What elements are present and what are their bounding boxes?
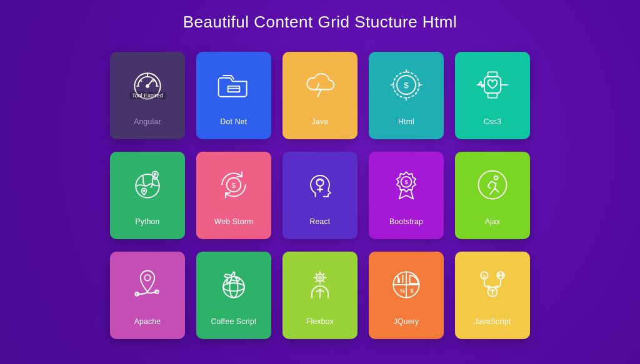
svg-text:%: %	[400, 288, 405, 294]
svg-point-35	[229, 277, 238, 298]
card-jquery[interactable]: %$ JQuery	[369, 252, 444, 339]
svg-text:$: $	[404, 81, 409, 90]
svg-point-34	[223, 283, 244, 291]
svg-text:$: $	[411, 288, 414, 294]
card-label: Ajax	[485, 217, 501, 226]
svg-point-37	[319, 277, 321, 279]
runner-icon	[474, 166, 511, 206]
globe-dollar-icon: $	[388, 66, 425, 106]
card-label: Java	[312, 117, 329, 126]
svg-point-28	[479, 171, 507, 199]
earth-pin-icon	[129, 166, 166, 206]
card-label: Python	[135, 217, 159, 226]
map-pin-icon	[129, 266, 166, 306]
card-label: Bootstrap	[389, 217, 423, 226]
svg-point-20	[143, 190, 144, 191]
user-gear-icon	[301, 266, 339, 306]
card-html[interactable]: $ Html	[369, 52, 444, 139]
card-angular[interactable]: Tool Expired Angular	[110, 52, 185, 139]
page-title: Beautiful Content Grid Stucture Html	[183, 12, 458, 32]
card-label: Dot Net	[221, 117, 248, 126]
svg-point-36	[316, 274, 323, 281]
folder-icon	[215, 66, 252, 106]
svg-rect-15	[488, 93, 498, 98]
card-label: JavaScript	[474, 317, 511, 326]
card-css3[interactable]: Css3	[455, 52, 530, 139]
svg-text:$: $	[404, 179, 408, 185]
svg-point-19	[154, 174, 156, 175]
card-label: Coffee Script	[211, 317, 256, 326]
content-grid: Tool Expired Angular Dot Net Java $ Html…	[110, 52, 530, 339]
card-label: Css3	[484, 117, 502, 126]
svg-point-30	[144, 275, 150, 280]
svg-point-29	[494, 176, 498, 180]
globe-plane-icon	[215, 266, 252, 306]
card-label: Apache	[134, 317, 161, 326]
cloud-bolt-icon	[301, 66, 339, 106]
svg-point-2	[146, 85, 149, 87]
card-label: Web Storm	[214, 217, 254, 226]
card-webstorm[interactable]: $ Web Storm	[196, 152, 271, 239]
heart-watch-icon	[474, 66, 511, 106]
card-dotnet[interactable]: Dot Net	[196, 52, 271, 139]
card-label: React	[310, 217, 331, 226]
card-react[interactable]: React	[282, 152, 358, 239]
card-flexbox[interactable]: Flexbox	[282, 252, 358, 339]
card-label: Html	[398, 117, 414, 126]
flow-coins-icon: $	[474, 266, 511, 306]
svg-point-33	[223, 277, 244, 298]
card-apache[interactable]: Apache	[110, 252, 185, 339]
svg-line-3	[141, 81, 142, 82]
card-python[interactable]: Python	[110, 152, 185, 239]
card-label: JQuery	[394, 317, 419, 326]
card-coffeescript[interactable]: Coffee Script	[196, 252, 271, 339]
chart-pie-icon: %$	[388, 266, 425, 306]
gauge-icon	[129, 66, 166, 106]
refresh-dollar-icon: $	[215, 166, 252, 206]
svg-rect-14	[488, 72, 498, 77]
svg-rect-13	[484, 77, 501, 93]
card-bootstrap[interactable]: $ Bootstrap	[369, 152, 444, 239]
card-javascript[interactable]: $ JavaScript	[455, 252, 530, 339]
award-dollar-icon: $	[388, 166, 425, 206]
card-ajax[interactable]: Ajax	[455, 152, 530, 239]
svg-text:$: $	[232, 182, 236, 189]
head-idea-icon	[301, 166, 339, 206]
svg-line-4	[153, 81, 154, 82]
card-label: Angular	[134, 117, 161, 126]
card-label: Flexbox	[306, 317, 334, 326]
svg-point-23	[316, 179, 323, 186]
card-java[interactable]: Java	[282, 52, 358, 139]
